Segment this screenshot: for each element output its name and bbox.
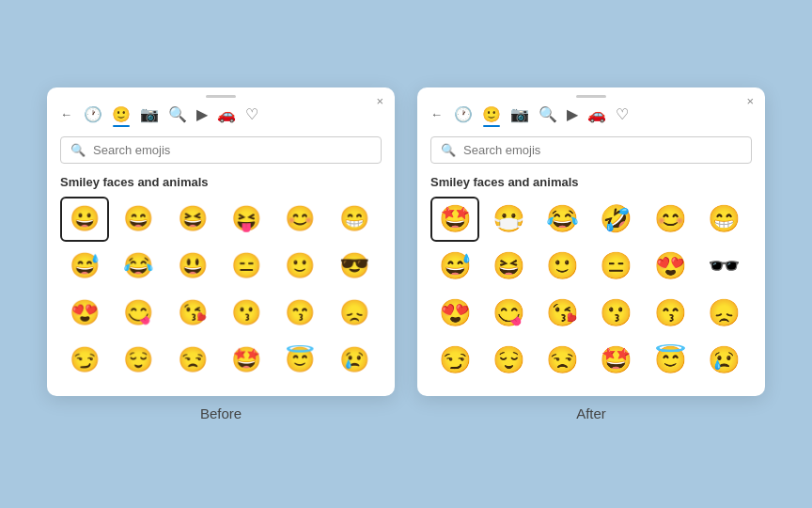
- title-bar-line-after: [576, 95, 606, 98]
- emoji-cell[interactable]: 😒: [539, 338, 587, 383]
- emoji-cell[interactable]: 🤩: [222, 338, 271, 383]
- nav-smiley-after[interactable]: 🙂: [482, 105, 501, 123]
- emoji-cell[interactable]: 😌: [114, 338, 163, 383]
- nav-play-after[interactable]: ▶: [567, 105, 578, 123]
- nav-back-after[interactable]: ←: [430, 107, 443, 121]
- emoji-cell[interactable]: 😆: [168, 197, 217, 242]
- emoji-cell[interactable]: 😁: [700, 197, 749, 242]
- title-bar-after: ×: [417, 87, 765, 102]
- emoji-cell[interactable]: 😏: [60, 338, 109, 383]
- nav-search-before[interactable]: 🔍: [168, 105, 187, 123]
- comparison-panels: × ← 🕐 🙂 📷 🔍 ▶ 🚗 ♡ 🔍 Smiley faces and ani…: [47, 87, 765, 421]
- nav-camera-after[interactable]: 📷: [510, 105, 529, 123]
- nav-smiley-before[interactable]: 🙂: [112, 105, 131, 123]
- nav-heart-before[interactable]: ♡: [245, 105, 258, 123]
- after-label: After: [576, 405, 606, 421]
- search-bar-after[interactable]: 🔍: [430, 136, 752, 164]
- nav-clock-after[interactable]: 🕐: [454, 105, 473, 123]
- emoji-grid-after: 🤩 😷 😂 🤣 😊 😁 😅 😆 🙂 😑 😍 🕶️ 😍 😋 😘 😗 😙 😞 �: [417, 197, 765, 383]
- emoji-cell[interactable]: 🙂: [539, 244, 587, 289]
- emoji-cell[interactable]: 😗: [592, 291, 641, 336]
- emoji-cell[interactable]: 😢: [700, 338, 749, 383]
- nav-camera-before[interactable]: 📷: [140, 105, 159, 123]
- emoji-cell[interactable]: 😏: [430, 338, 479, 383]
- emoji-cell[interactable]: 😗: [222, 291, 271, 336]
- emoji-cell[interactable]: 😷: [484, 197, 533, 242]
- close-button-before[interactable]: ×: [376, 95, 383, 107]
- emoji-cell[interactable]: 😇: [646, 338, 695, 383]
- emoji-grid-before: 😀 😄 😆 😝 😊 😁 😅 😂 😃 😑 🙂 😎 😍 😋 😘 😗 😙 😞 😏: [47, 197, 395, 383]
- emoji-cell[interactable]: 😄: [114, 197, 163, 242]
- emoji-cell[interactable]: 😙: [646, 291, 695, 336]
- title-bar-line: [206, 95, 236, 98]
- emoji-cell[interactable]: 😍: [646, 244, 695, 289]
- emoji-cell[interactable]: 😍: [430, 291, 479, 336]
- before-panel-wrapper: × ← 🕐 🙂 📷 🔍 ▶ 🚗 ♡ 🔍 Smiley faces and ani…: [47, 87, 395, 421]
- emoji-cell[interactable]: 😅: [60, 244, 109, 289]
- section-title-before: Smiley faces and animals: [47, 171, 395, 197]
- nav-bar-after: ← 🕐 🙂 📷 🔍 ▶ 🚗 ♡: [417, 102, 765, 129]
- emoji-cell[interactable]: 😎: [330, 244, 379, 289]
- emoji-cell[interactable]: 🤩: [592, 338, 641, 383]
- emoji-cell[interactable]: 🙂: [275, 244, 324, 289]
- emoji-cell[interactable]: 😋: [484, 291, 533, 336]
- emoji-cell[interactable]: 😂: [114, 244, 163, 289]
- nav-heart-after[interactable]: ♡: [616, 105, 629, 123]
- nav-back-before[interactable]: ←: [60, 107, 72, 121]
- emoji-cell[interactable]: 😊: [646, 197, 695, 242]
- emoji-cell[interactable]: 😑: [592, 244, 641, 289]
- search-input-before[interactable]: [93, 143, 371, 157]
- emoji-cell[interactable]: 😙: [275, 291, 324, 336]
- before-label: Before: [200, 405, 242, 421]
- emoji-cell[interactable]: 😆: [484, 244, 533, 289]
- nav-car-after[interactable]: 🚗: [587, 105, 606, 123]
- search-icon-after: 🔍: [441, 143, 456, 157]
- nav-play-before[interactable]: ▶: [196, 105, 208, 123]
- emoji-cell[interactable]: 😢: [330, 338, 379, 383]
- emoji-cell[interactable]: 😌: [484, 338, 533, 383]
- before-panel: × ← 🕐 🙂 📷 🔍 ▶ 🚗 ♡ 🔍 Smiley faces and ani…: [47, 87, 395, 396]
- nav-clock-before[interactable]: 🕐: [84, 105, 102, 123]
- emoji-cell[interactable]: 😇: [275, 338, 324, 383]
- emoji-cell[interactable]: 😞: [700, 291, 749, 336]
- search-input-after[interactable]: [463, 143, 742, 157]
- search-icon-before: 🔍: [70, 143, 86, 157]
- after-panel: × ← 🕐 🙂 📷 🔍 ▶ 🚗 ♡ 🔍 Smiley faces and ani…: [417, 87, 765, 396]
- emoji-cell[interactable]: 😍: [60, 291, 109, 336]
- emoji-cell[interactable]: 😋: [114, 291, 163, 336]
- emoji-cell[interactable]: 😞: [330, 291, 379, 336]
- nav-search-after[interactable]: 🔍: [539, 105, 557, 123]
- emoji-cell[interactable]: 😝: [222, 197, 271, 242]
- nav-car-before[interactable]: 🚗: [217, 105, 236, 123]
- nav-bar-before: ← 🕐 🙂 📷 🔍 ▶ 🚗 ♡: [47, 102, 395, 129]
- emoji-cell-selected[interactable]: 😀: [60, 197, 109, 242]
- emoji-cell[interactable]: 😁: [330, 197, 379, 242]
- emoji-cell[interactable]: 🕶️: [700, 244, 749, 289]
- emoji-cell[interactable]: 😂: [539, 197, 587, 242]
- title-bar-before: ×: [47, 87, 395, 102]
- emoji-cell-selected-after[interactable]: 🤩: [430, 197, 479, 242]
- emoji-cell[interactable]: 😅: [430, 244, 479, 289]
- emoji-cell[interactable]: 🤣: [592, 197, 641, 242]
- after-panel-wrapper: × ← 🕐 🙂 📷 🔍 ▶ 🚗 ♡ 🔍 Smiley faces and ani…: [417, 87, 765, 421]
- close-button-after[interactable]: ×: [746, 95, 754, 107]
- emoji-cell[interactable]: 😃: [168, 244, 217, 289]
- section-title-after: Smiley faces and animals: [417, 171, 765, 197]
- emoji-cell[interactable]: 😘: [539, 291, 587, 336]
- emoji-cell[interactable]: 😑: [222, 244, 271, 289]
- search-bar-before[interactable]: 🔍: [60, 136, 382, 164]
- emoji-cell[interactable]: 😊: [275, 197, 324, 242]
- emoji-cell[interactable]: 😘: [168, 291, 217, 336]
- emoji-cell[interactable]: 😒: [168, 338, 217, 383]
